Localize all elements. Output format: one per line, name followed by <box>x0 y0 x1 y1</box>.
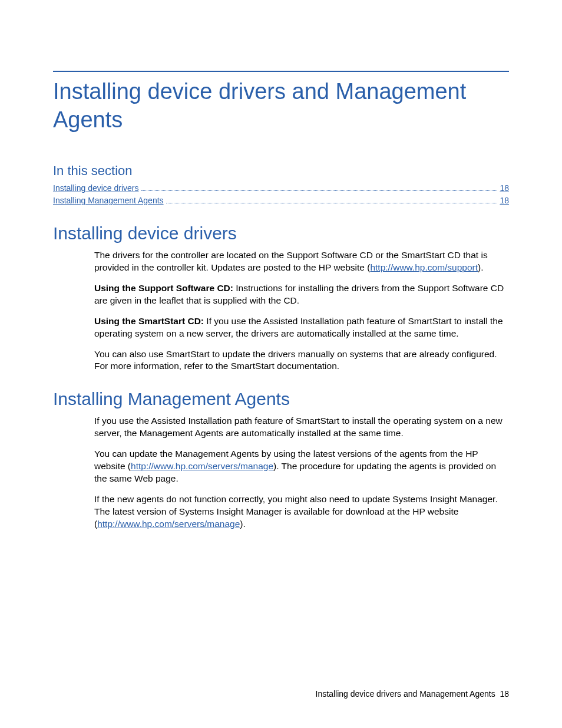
horizontal-rule <box>53 71 509 72</box>
section-heading-installing-device-drivers: Installing device drivers <box>53 223 509 243</box>
paragraph: You can also use SmartStart to update th… <box>94 348 509 373</box>
text-run: ). <box>478 262 483 272</box>
page-footer: Installing device drivers and Management… <box>316 689 509 699</box>
table-of-contents: Installing device drivers 18 Installing … <box>53 182 509 207</box>
toc-row: Installing device drivers 18 <box>53 182 509 195</box>
section-heading-installing-management-agents: Installing Management Agents <box>53 389 509 409</box>
link-hp-support[interactable]: http://www.hp.com/support <box>370 262 478 272</box>
page-title: Installing device drivers and Management… <box>53 78 509 134</box>
toc-link-installing-management-agents[interactable]: Installing Management Agents <box>53 196 164 205</box>
toc-item-page: 18 <box>500 195 509 207</box>
document-page: Installing device drivers and Management… <box>0 0 562 728</box>
text-bold: Using the Support Software CD: <box>94 283 233 293</box>
toc-link-installing-device-drivers[interactable]: Installing device drivers <box>53 183 139 193</box>
text-bold: Using the SmartStart CD: <box>94 316 204 326</box>
toc-item-page: 18 <box>500 182 509 195</box>
toc-item-title: Installing device drivers <box>53 182 139 195</box>
paragraph: If the new agents do not function correc… <box>94 493 509 531</box>
link-hp-servers-manage[interactable]: http://www.hp.com/servers/manage <box>97 519 240 529</box>
toc-leader-dots <box>141 183 498 191</box>
paragraph: If you use the Assisted Installation pat… <box>94 415 509 440</box>
paragraph: You can update the Management Agents by … <box>94 448 509 485</box>
paragraph: Using the SmartStart CD: If you use the … <box>94 315 509 340</box>
paragraph: The drivers for the controller are locat… <box>94 249 509 274</box>
footer-text: Installing device drivers and Management… <box>316 689 495 699</box>
paragraph: Using the Support Software CD: Instructi… <box>94 282 509 307</box>
toc-page-link[interactable]: 18 <box>500 183 509 193</box>
section-body: The drivers for the controller are locat… <box>94 249 509 373</box>
in-this-section-heading: In this section <box>53 163 509 179</box>
section-body: If you use the Assisted Installation pat… <box>94 415 509 530</box>
footer-page-number: 18 <box>500 689 509 699</box>
toc-row: Installing Management Agents 18 <box>53 195 509 207</box>
text-run: ). <box>240 519 245 529</box>
toc-item-title: Installing Management Agents <box>53 195 164 207</box>
toc-leader-dots <box>166 195 498 203</box>
link-hp-servers-manage[interactable]: http://www.hp.com/servers/manage <box>131 461 273 471</box>
toc-page-link[interactable]: 18 <box>500 196 509 205</box>
